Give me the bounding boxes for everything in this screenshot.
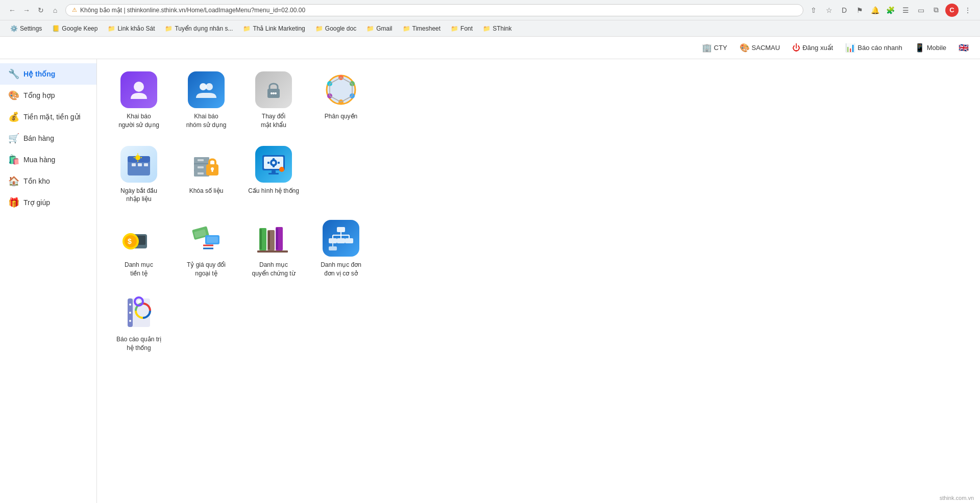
sacmau-icon: 🎨	[740, 43, 750, 53]
he-thong-label: Hệ thống	[23, 70, 55, 78]
back-button[interactable]: ←	[6, 4, 18, 16]
mobile-icon: 📱	[915, 43, 925, 53]
sidebar-item-tro-giup[interactable]: 🎁 Trợ giúp	[0, 192, 96, 213]
svg-rect-45	[273, 158, 275, 160]
cast-button[interactable]: ▭	[915, 4, 927, 16]
svg-rect-47	[267, 162, 270, 164]
danh-muc-tien-te-label: Danh mụctiền tệ	[125, 261, 153, 278]
svg-point-51	[279, 167, 284, 172]
group-icon	[194, 78, 218, 102]
svg-point-26	[135, 155, 140, 160]
config-system-icon	[260, 151, 287, 178]
bookmark-google-keep[interactable]: 📒 Google Keep	[48, 24, 102, 33]
ngay-bat-dau-nhap-lieu[interactable]: Ngày bắt đầunhập liệu	[113, 146, 164, 204]
sidebar-item-ton-kho[interactable]: 🏠 Tồn kho	[0, 170, 96, 192]
phan-quyen[interactable]: Phân quyền	[315, 71, 366, 121]
cty-icon: 🏢	[702, 43, 712, 53]
ty-gia-quy-doi[interactable]: Tỷ giá quy đổingoại tệ	[181, 220, 232, 278]
khai-bao-nhom-icon-box	[188, 71, 225, 108]
sidebar-item-mua-hang[interactable]: 🛍️ Mua hàng	[0, 149, 96, 170]
he-thong-icon: 🔧	[8, 68, 19, 80]
browser-bar: ← → ↻ ⌂ ⚠ Không bảo mật | sthinkonline.s…	[0, 0, 980, 20]
home-button[interactable]: ⌂	[49, 4, 61, 16]
bookmark-font-label: Font	[460, 25, 473, 32]
exchange-icon-box	[188, 220, 225, 257]
sidebar-item-he-thong[interactable]: 🔧 Hệ thống	[0, 63, 96, 85]
main-layout: 🔧 Hệ thống 🎨 Tổng hợp 💰 Tiền mặt, tiền g…	[0, 59, 980, 503]
action-language[interactable]: 🇬🇧	[955, 41, 972, 54]
sidebar-item-tien-mat[interactable]: 💰 Tiền mặt, tiền gửi	[0, 106, 96, 128]
danh-muc-tien-te[interactable]: $ Danh mụctiền tệ	[113, 220, 164, 278]
bookmark-timesheet[interactable]: 📁 Timesheet	[399, 24, 445, 33]
more-button[interactable]: ⋮	[962, 4, 974, 16]
danh-muc-quyen-chung-tu[interactable]: Danh mụcquyển chứng từ	[248, 220, 299, 278]
bookmark-gmail[interactable]: 📁 Gmail	[362, 24, 396, 33]
sidebar-item-tong-hop[interactable]: 🎨 Tổng hợp	[0, 85, 96, 106]
danh-muc-don-vi-co-so[interactable]: Danh mục đơnđơn vị cơ sở	[315, 220, 366, 278]
split-button[interactable]: ⧉	[930, 4, 942, 16]
svg-rect-36	[198, 166, 204, 168]
khai-bao-nguoi-su-dung[interactable]: Khai báongười sử dụng	[113, 71, 164, 130]
extension-d-button[interactable]: D	[838, 4, 850, 16]
address-bar[interactable]: ⚠ Không bảo mật | sthinkonline.sthink.vn…	[65, 4, 803, 16]
footer: sthink.com.vn	[934, 493, 980, 503]
bookmark-button[interactable]: ☆	[823, 4, 835, 16]
password-icon	[261, 78, 286, 102]
bookshelf-icon-box	[255, 220, 292, 257]
action-sacmau[interactable]: 🎨 SACMAU	[737, 41, 783, 54]
bao-cao-quan-tri[interactable]: Báo cáo quản trịhệ thống	[113, 294, 164, 353]
bookmark-tha-link[interactable]: 📁 Thả Link Marketing	[239, 24, 309, 33]
khoa-so-lieu[interactable]: Khóa số liệu	[181, 146, 232, 195]
folder-icon-7: 📁	[451, 25, 458, 32]
puzzle-button[interactable]: 🧩	[884, 4, 896, 16]
action-mobile[interactable]: 📱 Mobile	[912, 41, 949, 54]
thay-doi-mat-khau-label: Thay đổimật khẩu	[261, 112, 286, 130]
khai-bao-nsd-icon-box	[120, 71, 157, 108]
action-bao-cao-nhanh[interactable]: 📊 Báo cáo nhanh	[842, 41, 905, 54]
org-chart-icon	[328, 225, 354, 252]
bookmark-settings[interactable]: ⚙️ Settings	[6, 24, 46, 33]
khai-bao-nsd-label: Khai báongười sử dụng	[118, 112, 159, 130]
folder-icon-8: 📁	[483, 25, 491, 32]
lock-data-icon-box	[188, 146, 225, 183]
refresh-button[interactable]: ↻	[35, 4, 47, 16]
sidebar-item-ban-hang[interactable]: 🛒 Bán hàng	[0, 128, 96, 149]
svg-point-84	[129, 320, 131, 322]
svg-rect-67	[257, 250, 288, 253]
extension-flag-button[interactable]: ⚑	[853, 4, 866, 16]
bao-cao-icon: 📊	[845, 43, 855, 53]
action-cty[interactable]: 🏢 CTY	[699, 41, 730, 54]
bookmark-sthink-label: SThink	[493, 25, 511, 32]
bookmark-link-khao-sat[interactable]: 📁 Link khảo Sát	[104, 24, 159, 33]
exchange-icon	[188, 220, 225, 257]
folder-icon-6: 📁	[403, 25, 410, 32]
sacmau-label: SACMAU	[752, 44, 780, 52]
cau-hinh-he-thong[interactable]: Cấu hình hệ thống	[248, 146, 299, 195]
action-logout[interactable]: ⏻ Đăng xuất	[789, 42, 836, 54]
svg-point-82	[129, 304, 131, 306]
khai-bao-nhom-su-dung[interactable]: Khai báonhóm sử dụng	[181, 71, 232, 130]
settings-icon: ⚙️	[10, 25, 18, 32]
content-area: Khai báongười sử dụng Khai báonhóm sử dụ…	[97, 59, 980, 503]
svg-rect-25	[144, 163, 148, 166]
globe-icon	[323, 71, 359, 108]
bookmark-font[interactable]: 📁 Font	[447, 24, 477, 33]
user-icon	[127, 78, 151, 102]
extension-bell-button[interactable]: 🔔	[869, 4, 881, 16]
thay-doi-mat-khau[interactable]: Thay đổimật khẩu	[248, 71, 299, 130]
mua-hang-label: Mua hàng	[23, 156, 55, 164]
share-button[interactable]: ⇧	[807, 4, 820, 16]
svg-rect-68	[337, 227, 345, 232]
bookmark-tuyen-dung[interactable]: 📁 Tuyển dụng nhân s...	[161, 24, 237, 33]
bookmarks-bar: ⚙️ Settings 📒 Google Keep 📁 Link khảo Sá…	[0, 20, 980, 37]
bookmark-google-doc[interactable]: 📁 Google doc	[311, 24, 360, 33]
svg-point-86	[137, 300, 140, 303]
svg-rect-75	[337, 238, 345, 243]
bookmark-tuyendung-label: Tuyển dụng nhân s...	[175, 25, 233, 32]
svg-point-4	[271, 92, 273, 94]
svg-point-2	[206, 83, 213, 90]
bookmark-sthink[interactable]: 📁 SThink	[479, 24, 516, 33]
menu-button[interactable]: ☰	[899, 4, 912, 16]
profile-button[interactable]: C	[945, 4, 959, 17]
forward-button[interactable]: →	[20, 4, 33, 16]
